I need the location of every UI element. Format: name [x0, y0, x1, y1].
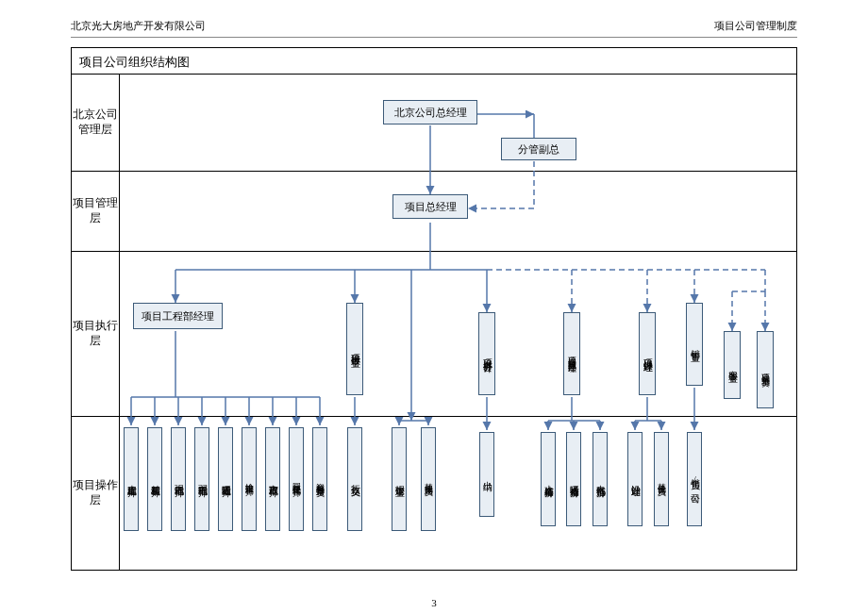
leaf-cashier: 出纳 — [479, 432, 494, 517]
leaf-finish-engineer: 精装工程师 — [147, 427, 162, 531]
org-chart-frame: 项目公司组织结构图 北京公司管理层 项目管理层 项目执行层 项目操作层 — [71, 47, 797, 571]
node-sales-supervisor: 销售主管 — [686, 303, 703, 386]
document-header: 北京光大房地产开发有限公司 项目公司管理制度 — [38, 19, 830, 37]
leaf-salesperson: 销售员/公司 — [687, 432, 702, 526]
col-divider — [119, 75, 120, 570]
leaf-weak-elec-engineer: 弱电工程师 — [194, 427, 209, 531]
leaf-admin-clerk: 行政文员 — [347, 427, 362, 531]
row-divider — [72, 416, 796, 417]
page-number: 3 — [0, 597, 868, 608]
node-finance-accountant: 项目财务会计 — [478, 312, 495, 395]
node-vice-president: 分管副总 — [501, 138, 576, 160]
row-divider — [72, 171, 796, 172]
leaf-municipal-engineer: 市政工程师 — [265, 427, 280, 531]
node-admin-supervisor: 项目行政主管 — [346, 303, 363, 395]
row-divider — [72, 251, 796, 252]
leaf-civil-cost: 土建造价师 — [541, 432, 556, 526]
leaf-hvac-engineer: 暖通工程师 — [218, 427, 233, 531]
row-label-1: 北京公司管理层 — [72, 75, 119, 171]
header-rule — [71, 37, 797, 38]
leaf-landscape-engineer: 园林绿化工程师 — [289, 427, 304, 531]
node-budget-manager: 项目合同预算部经理 — [563, 312, 580, 395]
leaf-design-other: 其他设计人员 — [654, 432, 669, 526]
row-label-3: 项目执行层 — [72, 251, 119, 416]
row-label-2: 项目管理层 — [72, 171, 119, 251]
leaf-strong-elec-engineer: 强电工程师 — [171, 427, 186, 531]
company-name: 北京光大房地产开发有限公司 — [71, 19, 206, 33]
node-cs-supervisor: 客服主管 — [724, 331, 741, 399]
leaf-archive-admin: 资料档案管理员 — [312, 427, 327, 531]
leaf-permit-lead: 报建主管 — [392, 427, 407, 531]
doc-title: 项目公司管理制度 — [714, 19, 797, 33]
row-label-4: 项目操作层 — [72, 416, 119, 571]
node-project-gm: 项目总经理 — [392, 194, 468, 219]
leaf-permit-other: 其他报建人员 — [421, 427, 436, 531]
leaf-hvac-cost: 暖通造价师 — [566, 432, 581, 526]
leaf-plumbing-engineer: 给排水工程师 — [242, 427, 257, 531]
leaf-civil-engineer: 土建工程师 — [124, 427, 139, 531]
leaf-design-assistant: 设计助理 — [627, 432, 643, 526]
chart-title: 项目公司组织结构图 — [72, 48, 796, 75]
node-eng-manager: 项目工程部经理 — [133, 303, 223, 329]
leaf-elec-cost: 电气造价师 — [593, 432, 608, 526]
node-plan-lead: 项目策划负责 — [757, 331, 774, 408]
node-general-manager: 北京公司总经理 — [383, 100, 477, 124]
node-design-manager: 项目设计经理 — [639, 312, 656, 395]
